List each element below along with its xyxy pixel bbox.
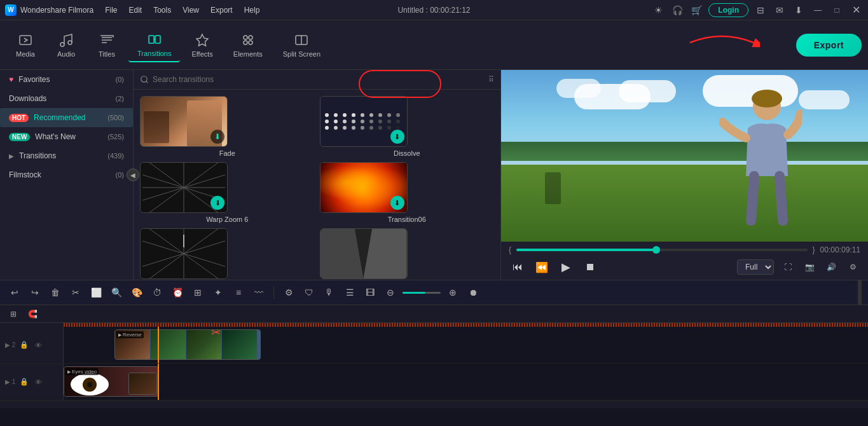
login-button[interactable]: Login xyxy=(708,3,748,17)
track-v1-lock[interactable]: 🔒 xyxy=(19,377,29,387)
crop-button[interactable]: ⬜ xyxy=(88,284,104,301)
volume-icon[interactable]: 🔊 xyxy=(823,259,839,275)
mic-button[interactable]: 🎙 xyxy=(321,284,338,301)
export-arrow xyxy=(684,27,760,58)
titlebar-right: ☀ 🎧 🛒 Login ⊟ ✉ ⬇ — □ ✕ xyxy=(651,3,863,17)
zoom-fill xyxy=(403,292,425,294)
close-button[interactable]: ✕ xyxy=(849,3,863,17)
skip-back-button[interactable]: ⏮ xyxy=(509,258,527,276)
track-v2-lock[interactable]: 🔒 xyxy=(19,340,29,350)
transition-fade-thumb: ⬇ xyxy=(140,96,228,147)
fade-download-icon[interactable]: ⬇ xyxy=(210,130,224,144)
redo-button[interactable]: ↪ xyxy=(27,284,43,301)
collapse-panel-button[interactable]: ◀ xyxy=(127,168,139,181)
transition-dissolve[interactable]: ⬇ Dissolve xyxy=(320,96,495,157)
undo-button[interactable]: ↩ xyxy=(6,284,23,301)
transition-warp-thumb: ⬇ xyxy=(140,162,228,213)
effects-button[interactable]: ✦ xyxy=(210,284,226,301)
export-button[interactable]: Export xyxy=(796,34,862,57)
settings2-button[interactable]: ⚙ xyxy=(280,284,297,301)
align-button[interactable]: ☰ xyxy=(341,284,358,301)
track-v2-num: ▶ 2 xyxy=(5,341,15,348)
magnet-button[interactable]: 🧲 xyxy=(24,306,41,322)
toolbar-elements[interactable]: Elements xyxy=(224,29,272,62)
sun-icon[interactable]: ☀ xyxy=(651,3,665,17)
record-button[interactable]: ⏺ xyxy=(465,284,481,301)
transition-fade[interactable]: ⬇ Fade xyxy=(140,96,315,157)
toolbar-effects[interactable]: Effects xyxy=(183,29,221,62)
dissolve-download-icon[interactable]: ⬇ xyxy=(390,130,404,144)
menu-tools[interactable]: Tools xyxy=(148,4,176,17)
transition-item6[interactable] xyxy=(320,228,495,280)
step-back-button[interactable]: ⏪ xyxy=(533,258,551,276)
toolbar-transitions[interactable]: Transitions xyxy=(128,28,180,62)
color-button[interactable]: 🎨 xyxy=(128,284,145,301)
save-icon[interactable]: ⊟ xyxy=(754,3,768,17)
scrubber-handle[interactable] xyxy=(652,246,660,254)
settings-icon[interactable]: ⚙ xyxy=(845,259,860,275)
transition-item5[interactable] xyxy=(140,228,315,280)
play-button[interactable]: ▶ xyxy=(557,258,575,276)
maximize-button[interactable]: □ xyxy=(830,3,844,17)
transition-fade-label: Fade xyxy=(140,149,315,157)
shield-button[interactable]: 🛡 xyxy=(301,284,317,301)
zoom-out-icon[interactable]: ⊖ xyxy=(382,284,399,301)
mail-icon[interactable]: ✉ xyxy=(773,3,787,17)
toolbar-audio[interactable]: Audio xyxy=(47,29,85,62)
progress-track[interactable] xyxy=(516,249,808,251)
toolbar-media[interactable]: Media xyxy=(6,29,45,62)
sidebar-item-downloads[interactable]: Downloads (2) xyxy=(0,89,133,108)
search-input[interactable] xyxy=(153,75,485,84)
sidebar-item-filmstock[interactable]: Filmstock (0) xyxy=(0,165,133,184)
overlay-thumb xyxy=(129,373,156,394)
timeline-scroll[interactable] xyxy=(0,401,868,408)
fit-button[interactable]: ⊞ xyxy=(189,284,206,301)
svg-line-34 xyxy=(142,254,184,266)
menu-view[interactable]: View xyxy=(177,4,204,17)
sidebar-item-transitions[interactable]: ▶ Transitions (439) xyxy=(0,146,133,165)
zoom-slider[interactable] xyxy=(403,292,441,294)
sidebar-item-favorites[interactable]: ♥ Favorites (0) xyxy=(0,70,133,89)
right-panel-toggle[interactable] xyxy=(858,280,862,305)
headphones-icon[interactable]: 🎧 xyxy=(670,3,684,17)
grid-view-icon[interactable]: ⠿ xyxy=(488,75,494,84)
zoom-plus-icon[interactable]: ⊕ xyxy=(444,284,461,301)
sidebar-item-whats-new[interactable]: NEW What's New (525) xyxy=(0,127,133,146)
menu-export[interactable]: Export xyxy=(205,4,238,17)
cart-icon[interactable]: 🛒 xyxy=(689,3,703,17)
menu-edit[interactable]: Edit xyxy=(124,4,148,17)
resolution-select[interactable]: Full 1/2 1/4 xyxy=(737,259,774,275)
toolbar-split-screen[interactable]: Split Screen xyxy=(274,29,329,62)
cut-button[interactable]: ✂ xyxy=(67,284,84,301)
audio-button[interactable]: ≡ xyxy=(230,284,247,301)
t06-download-icon[interactable]: ⬇ xyxy=(390,196,404,210)
sidebar-item-recommended[interactable]: HOT Recommended (500) xyxy=(0,108,133,127)
waveform-button[interactable]: 〰 xyxy=(251,284,267,301)
svg-marker-8 xyxy=(196,34,208,46)
toolbar-titles[interactable]: Titles xyxy=(88,29,126,62)
track-v2-eye[interactable]: 👁 xyxy=(33,340,43,350)
download-icon[interactable]: ⬇ xyxy=(792,3,806,17)
delete-button[interactable]: 🗑 xyxy=(47,284,64,301)
screenshot-icon[interactable]: 📷 xyxy=(802,259,817,275)
clip-reverse[interactable]: ▶ Reverse xyxy=(114,329,261,360)
speed-button[interactable]: ⏱ xyxy=(149,284,165,301)
minimize-button[interactable]: — xyxy=(811,3,825,17)
warp-download-icon[interactable]: ⬇ xyxy=(210,196,224,210)
menu-file[interactable]: File xyxy=(100,4,122,17)
clip-eyes-video[interactable]: ▶ Eyes video xyxy=(64,366,159,397)
transition-06[interactable]: ⬇ Transition06 xyxy=(320,162,495,223)
menu-help[interactable]: Help xyxy=(239,4,265,17)
track-v1-eye[interactable]: 👁 xyxy=(33,377,43,387)
pupil xyxy=(83,378,97,392)
transition-warp-zoom[interactable]: ⬇ Warp Zoom 6 xyxy=(140,162,315,223)
fullscreen-icon[interactable]: ⛶ xyxy=(780,259,796,275)
timer-button[interactable]: ⏰ xyxy=(169,284,186,301)
svg-rect-6 xyxy=(149,36,154,43)
film-button[interactable]: 🎞 xyxy=(362,284,378,301)
zoom-in-button[interactable]: 🔍 xyxy=(108,284,125,301)
add-track-button[interactable]: ⊞ xyxy=(5,306,22,322)
filmstock-count: (0) xyxy=(116,171,124,179)
whats-new-count: (525) xyxy=(107,133,124,141)
stop-button[interactable]: ⏹ xyxy=(581,258,599,276)
